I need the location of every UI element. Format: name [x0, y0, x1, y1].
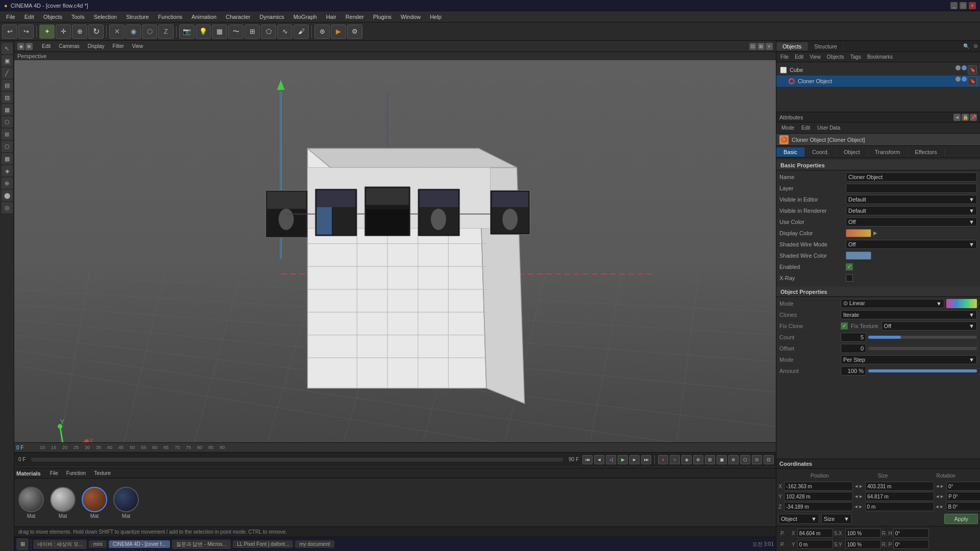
menu-file[interactable]: File	[2, 13, 19, 21]
main-viewport[interactable]: X Y Z	[14, 60, 776, 442]
cloner-tag[interactable]: 🔖	[968, 77, 977, 86]
tool-4[interactable]: ▦	[2, 104, 13, 115]
pb-btn7[interactable]: ⬠	[740, 455, 750, 464]
vis-dot-1[interactable]	[955, 65, 961, 70]
name-input[interactable]	[846, 172, 977, 182]
obj-mode-dropdown[interactable]: ⊙ Linear ▼	[841, 299, 944, 308]
pb-btn2[interactable]: ◈	[681, 455, 692, 464]
timeline-track[interactable]	[31, 458, 563, 462]
offset-slider[interactable]	[868, 347, 977, 350]
obj-bookmarks-btn[interactable]: Bookmarks	[865, 54, 895, 60]
tr-sy-input[interactable]	[845, 540, 881, 549]
attr-lock-btn[interactable]: 🔒	[962, 114, 969, 121]
record-btn[interactable]: ●	[658, 455, 668, 464]
next-frame-btn[interactable]: ►	[629, 455, 640, 464]
cloner-tool[interactable]: ⊞	[244, 24, 260, 39]
close-button[interactable]: ×	[969, 2, 976, 9]
vp-ctrl1[interactable]: ⊡	[749, 43, 756, 50]
attr-tab-coord[interactable]: Coord.	[805, 147, 837, 157]
play-back-btn[interactable]: ◁	[606, 455, 616, 464]
tr-px-input[interactable]	[797, 529, 833, 538]
search-icon[interactable]: 🔍	[961, 42, 971, 50]
tool-edge[interactable]: ╱	[2, 67, 13, 79]
cloner-vis-dot-1[interactable]	[955, 77, 961, 82]
tr-sx-input[interactable]	[845, 529, 881, 538]
tool-face[interactable]: ▤	[2, 80, 13, 91]
pb-btn9[interactable]: ⊡	[764, 455, 774, 464]
tool-12[interactable]: ◎	[2, 202, 13, 213]
layer-input[interactable]	[846, 184, 977, 193]
vp-edit-btn[interactable]: Edit	[39, 43, 54, 49]
visible-editor-dropdown[interactable]: Default ▼	[846, 195, 977, 204]
material-item-2[interactable]: Mat	[50, 487, 76, 519]
tr-py-input[interactable]	[797, 540, 833, 549]
minimize-button[interactable]: _	[950, 2, 958, 9]
snap-tool[interactable]: ⊛	[314, 24, 330, 39]
size-type-dropdown[interactable]: Size ▼	[821, 514, 852, 524]
bend-tool[interactable]: 〜	[228, 24, 243, 39]
visible-renderer-dropdown[interactable]: Default ▼	[846, 206, 977, 215]
shaded-wire-color-swatch[interactable]	[846, 252, 871, 260]
tool-mesh[interactable]: ▣	[2, 55, 13, 66]
vp-icon1[interactable]: ◈	[17, 43, 24, 50]
tool-pointer[interactable]: ↖	[2, 43, 13, 54]
menu-objects[interactable]: Objects	[39, 13, 66, 21]
material-item-3[interactable]: Mat	[82, 487, 107, 519]
color-randomizer[interactable]	[946, 299, 977, 308]
obj-view-btn[interactable]: View	[807, 54, 823, 60]
menu-hair[interactable]: Hair	[322, 13, 340, 21]
obj-edit-btn[interactable]: Edit	[793, 54, 805, 60]
mode2-dropdown[interactable]: Per Step ▼	[841, 355, 977, 364]
coord-x-size[interactable]	[865, 482, 934, 491]
cube-tool[interactable]: ✕	[109, 24, 125, 39]
rotate-button[interactable]: ↻	[88, 24, 104, 39]
enabled-checkbox[interactable]: ✓	[846, 263, 853, 270]
vp-cameras-btn[interactable]: Cameras	[56, 43, 83, 49]
coord-x-rot[interactable]	[946, 482, 980, 491]
attr-tab-object[interactable]: Object	[837, 147, 868, 157]
taskbar-item-1[interactable]: 네이버 : 세상의 모...	[33, 540, 87, 549]
redo-button[interactable]: ↪	[18, 24, 34, 39]
pb-btn5[interactable]: ▣	[717, 455, 727, 464]
coord-y-pos[interactable]	[784, 492, 853, 501]
attr-edit-btn[interactable]: Edit	[798, 124, 813, 131]
tool-11[interactable]: ⬤	[2, 190, 13, 201]
menu-help[interactable]: Help	[426, 13, 446, 21]
obj-objects-btn[interactable]: Objects	[825, 54, 846, 60]
display-color-arrow[interactable]: ▶	[873, 230, 877, 236]
pb-btn6[interactable]: ⊛	[728, 455, 739, 464]
fracture-tool[interactable]: ⬠	[261, 24, 276, 39]
tool-9[interactable]: ◈	[2, 165, 13, 177]
mat-file-btn[interactable]: File	[47, 470, 61, 477]
tool-5[interactable]: ⬡	[2, 116, 13, 128]
material-item-1[interactable]: Mat	[18, 487, 44, 519]
vp-view-btn[interactable]: View	[129, 43, 146, 49]
live-select-button[interactable]: ✦	[39, 24, 55, 39]
display-color-swatch[interactable]	[846, 229, 871, 237]
pb-btn3[interactable]: ⊕	[693, 455, 703, 464]
coord-z-rot[interactable]	[946, 502, 980, 511]
tool-8[interactable]: ▩	[2, 153, 13, 164]
obj-tags-btn[interactable]: Tags	[848, 54, 863, 60]
amount-slider[interactable]	[868, 369, 977, 372]
vp-filter-btn[interactable]: Filter	[110, 43, 127, 49]
menu-structure[interactable]: Structure	[122, 13, 153, 21]
menu-render[interactable]: Render	[341, 13, 368, 21]
object-row-cloner[interactable]: ⭕ Cloner Object 🔖	[776, 76, 980, 87]
sphere-tool[interactable]: ◉	[126, 24, 141, 39]
scale-button[interactable]: ⊕	[72, 24, 87, 39]
taskbar-start[interactable]: ⊞	[16, 538, 29, 550]
maximize-button[interactable]: □	[960, 2, 967, 9]
ffd-tool[interactable]: ▦	[212, 24, 227, 39]
menu-plugins[interactable]: Plugins	[369, 13, 396, 21]
tool-6[interactable]: ⊞	[2, 129, 13, 140]
menu-edit[interactable]: Edit	[20, 13, 38, 21]
filter-icon[interactable]: ⚙	[971, 42, 980, 50]
tr-rh-input[interactable]	[893, 529, 929, 538]
taskbar-item-5[interactable]: LL Pixel Font | dafont...	[233, 540, 293, 548]
pb-btn1[interactable]: ○	[670, 455, 680, 464]
taskbar-item-6[interactable]: my document	[295, 540, 334, 548]
coord-y-rot[interactable]	[946, 492, 980, 501]
move-button[interactable]: ✛	[56, 24, 71, 39]
coord-x-pos[interactable]	[784, 482, 853, 491]
